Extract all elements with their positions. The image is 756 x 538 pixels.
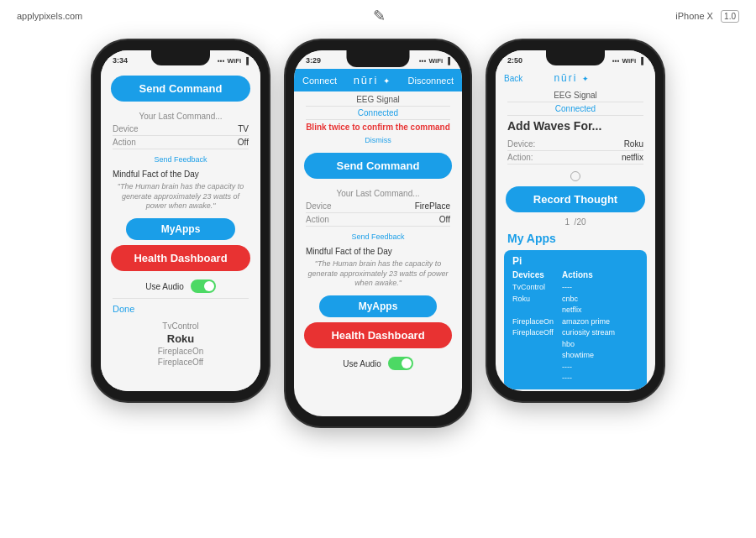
- device-tvcontrol: TvControl: [101, 321, 260, 332]
- pi-actions-col: Actions ---- cnbc netflix amazon prime c…: [562, 270, 615, 384]
- phone-center-screen: 3:29 ▪▪▪ WiFi ▐ Connect nūri ✦ Disconnec…: [294, 50, 462, 416]
- last-command-left: Your Last Command...: [113, 110, 249, 123]
- myapps-button-left[interactable]: MyApps: [126, 218, 235, 240]
- audio-toggle-center[interactable]: [388, 357, 413, 370]
- battery-icon: ▐: [244, 57, 249, 65]
- phone-right: 2:50 ▪▪▪ WiFi ▐ Back nūri ✦ EEG Signal: [487, 40, 664, 401]
- signal-icon-r: ▪▪▪: [612, 57, 620, 65]
- separator-left: [113, 298, 249, 299]
- action-row-center: Action Off: [306, 213, 450, 227]
- action-item-dash3: ----: [562, 373, 615, 384]
- actions-col-title: Actions: [562, 270, 615, 279]
- status-icons-left: ▪▪▪ WiFi ▐: [218, 57, 249, 65]
- audio-toggle-left[interactable]: [191, 279, 216, 293]
- action-item-cnbc: cnbc: [562, 294, 615, 306]
- eeg-section-center: EEG Signal Connected: [306, 91, 450, 120]
- device-value-right: Roku: [624, 139, 643, 149]
- action-item-showtime: showtime: [562, 350, 615, 362]
- send-command-button-left[interactable]: Send Command: [111, 76, 250, 102]
- notch-center: [347, 50, 410, 67]
- device-row-center: Device FirePlace: [306, 200, 450, 213]
- send-feedback-center[interactable]: Send Feedback: [294, 230, 462, 243]
- device-label-center: Device: [306, 201, 332, 211]
- device-item-spacer: [512, 305, 554, 316]
- site-label: applypixels.com: [17, 11, 82, 21]
- time-center: 3:29: [306, 56, 321, 65]
- disconnect-label[interactable]: Disconnect: [408, 76, 454, 86]
- form-section-right: Device: Roku Action: netflix: [496, 134, 655, 168]
- device-fireplaceoff: FireplaceOff: [101, 357, 260, 368]
- action-value-center: Off: [439, 215, 450, 224]
- pi-title: Pi: [512, 255, 638, 267]
- battery-icon-c: ▐: [445, 57, 450, 65]
- done-link-left[interactable]: Done: [101, 300, 260, 317]
- device-item-roku: Roku: [512, 294, 554, 306]
- mindful-title-center: Mindful Fact of the Day: [294, 243, 462, 258]
- eeg-section-right: EEG Signal Connected: [507, 87, 643, 116]
- health-dashboard-button-center[interactable]: Health Dashboard: [304, 322, 452, 348]
- phones-container: 3:34 ▪▪▪ WiFi ▐ Send Command Your Last C…: [0, 32, 756, 435]
- devices-col-title: Devices: [512, 270, 554, 279]
- eeg-label-center: EEG Signal: [306, 95, 450, 104]
- action-item-dash2: ----: [562, 362, 615, 373]
- action-item-curiosity: curiosity stream: [562, 327, 615, 339]
- send-command-button-center[interactable]: Send Command: [304, 153, 452, 179]
- health-dashboard-button-left[interactable]: Health Dashboard: [111, 245, 250, 271]
- nuri-logo-center: nūri ✦: [354, 74, 391, 86]
- mindful-fact-left: "The Human brain has the capacity to gen…: [101, 180, 260, 213]
- design-tool-icon: ✎: [373, 7, 386, 25]
- time-left: 3:34: [113, 56, 128, 65]
- time-right: 2:50: [507, 56, 522, 65]
- pi-columns: Devices TvControl Roku FireplaceOn Firep…: [512, 270, 638, 384]
- blink-warning-center: Blink twice to confirm the command: [294, 120, 462, 134]
- device-value-left: TV: [238, 124, 249, 133]
- screen-content-left: Send Command Your Last Command... Device…: [101, 69, 260, 391]
- myapps-button-center[interactable]: MyApps: [319, 295, 437, 317]
- device-label: iPhone X 1.0: [675, 11, 739, 21]
- action-item-netflix: netflix: [562, 305, 615, 316]
- battery-icon-r: ▐: [638, 57, 643, 65]
- device-fireplaceon: FireplaceOn: [101, 346, 260, 357]
- record-thought-button[interactable]: Record Thought: [506, 186, 645, 212]
- send-feedback-left[interactable]: Send Feedback: [101, 153, 260, 166]
- toggle-row-left: Use Audio: [101, 276, 260, 296]
- back-header-right: Back nūri ✦: [496, 69, 655, 87]
- back-link-right[interactable]: Back: [504, 74, 522, 83]
- device-list-left: TvControl Roku FireplaceOn FireplaceOff: [101, 317, 260, 371]
- phone-right-screen: 2:50 ▪▪▪ WiFi ▐ Back nūri ✦ EEG Signal: [496, 50, 655, 391]
- status-icons-right: ▪▪▪ WiFi ▐: [612, 57, 643, 65]
- use-audio-label-center: Use Audio: [343, 359, 381, 368]
- device-item-tvcontrol: TvControl: [512, 282, 554, 294]
- connected-label-center: Connected: [306, 108, 450, 118]
- action-value-left: Off: [238, 138, 249, 147]
- blue-header-center: Connect nūri ✦ Disconnect: [294, 69, 462, 91]
- pi-devices-col: Devices TvControl Roku FireplaceOn Firep…: [512, 270, 554, 384]
- action-value-right: netflix: [622, 153, 643, 162]
- device-roku[interactable]: Roku: [101, 332, 260, 346]
- my-apps-title: My Apps: [496, 228, 655, 247]
- signal-icon: ▪▪▪: [218, 57, 225, 65]
- device-row-left: Device TV: [113, 123, 249, 136]
- device-item-fireplaceoff: FireplaceOff: [512, 327, 554, 339]
- nuri-logo-right: nūri ✦: [554, 72, 590, 84]
- action-item-amazon: amazon prime: [562, 316, 615, 328]
- connect-label[interactable]: Connect: [302, 76, 337, 86]
- wifi-icon-r: WiFi: [622, 57, 637, 65]
- action-label-center: Action: [306, 215, 329, 224]
- last-command-center: Your Last Command...: [306, 187, 450, 200]
- eeg-label-right: EEG Signal: [507, 91, 643, 100]
- wifi-icon: WiFi: [228, 57, 242, 65]
- action-label-left: Action: [113, 138, 136, 147]
- device-value-center: FirePlace: [415, 201, 450, 211]
- page-indicator-right: 1 /20: [496, 216, 655, 228]
- form-section-left: Your Last Command... Device TV Action Of…: [101, 107, 260, 153]
- circle-indicator-right: [570, 171, 580, 181]
- notch-right: [546, 50, 605, 65]
- wifi-icon-c: WiFi: [429, 57, 444, 65]
- toggle-row-center: Use Audio: [294, 353, 462, 373]
- mindful-fact-center: "The Human brain has the capacity to gen…: [294, 258, 462, 290]
- action-item-dash1: ----: [562, 282, 615, 294]
- device-label-right: Device:: [507, 139, 535, 149]
- dismiss-link-center[interactable]: Dismiss: [294, 134, 462, 146]
- device-label-left: Device: [113, 124, 139, 133]
